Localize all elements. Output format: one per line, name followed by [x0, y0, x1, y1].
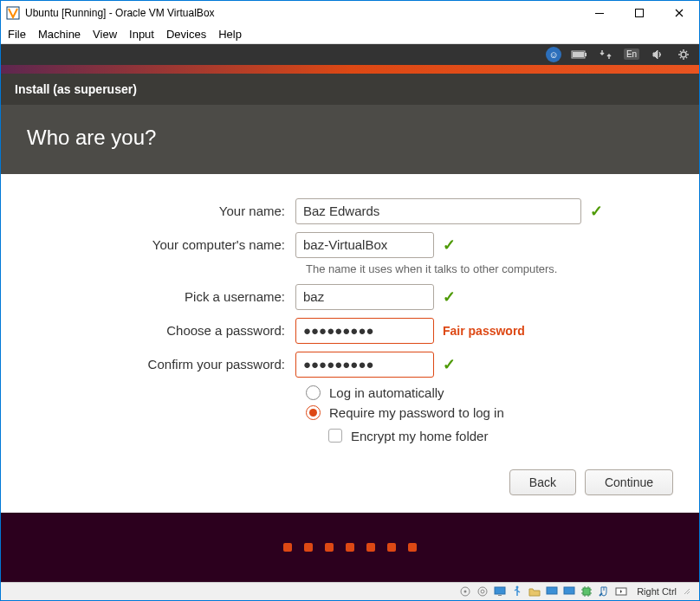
- accessibility-icon[interactable]: ☺: [545, 46, 562, 63]
- maximize-button[interactable]: [619, 1, 659, 26]
- display-icon[interactable]: [493, 585, 507, 598]
- minimize-button[interactable]: [580, 1, 619, 26]
- check-icon: ✓: [443, 288, 456, 307]
- svg-rect-4: [585, 53, 587, 56]
- radio-require-password-label: Require my password to log in: [329, 405, 504, 420]
- display3-icon[interactable]: [562, 585, 576, 598]
- guest-display: ☺ En Install (as superuser) Who are you?…: [1, 44, 699, 582]
- folder-icon[interactable]: [528, 585, 541, 598]
- progress-dot: [283, 543, 292, 552]
- progress-dot: [325, 543, 334, 552]
- svg-point-10: [481, 590, 484, 593]
- menu-file[interactable]: File: [8, 28, 26, 41]
- svg-rect-11: [495, 587, 505, 594]
- svg-rect-15: [564, 587, 574, 594]
- confirm-password-input[interactable]: [295, 352, 434, 378]
- keyboard-icon[interactable]: [614, 585, 628, 598]
- password-strength: Fair password: [443, 324, 525, 338]
- your-name-input[interactable]: [295, 198, 581, 224]
- menu-help[interactable]: Help: [218, 28, 242, 41]
- label-computer-name: Your computer's name:: [27, 237, 295, 252]
- row-confirm-password: Confirm your password: ✓: [27, 352, 673, 378]
- gear-icon[interactable]: [675, 46, 692, 63]
- check-icon: ✓: [590, 202, 603, 221]
- radio-auto-login-label: Log in automatically: [329, 385, 444, 400]
- svg-point-8: [464, 590, 467, 592]
- check-icon: ✓: [443, 236, 456, 255]
- decorative-gradient: [1, 65, 699, 74]
- computer-name-hint: The name it uses when it talks to other …: [306, 262, 673, 275]
- svg-point-6: [681, 52, 686, 57]
- check-icon: ✓: [443, 355, 456, 374]
- sound-icon[interactable]: [649, 46, 666, 63]
- menu-machine[interactable]: Machine: [38, 28, 81, 41]
- label-password: Choose a password:: [27, 323, 295, 338]
- progress-dot: [346, 543, 354, 552]
- host-key-label: Right Ctrl: [637, 586, 677, 597]
- continue-button[interactable]: Continue: [585, 469, 673, 495]
- radio-checked-icon: [306, 405, 321, 420]
- row-computer-name: Your computer's name: ✓: [27, 232, 673, 258]
- usb-icon[interactable]: [510, 585, 524, 598]
- vb-menubar: File Machine View Input Devices Help: [1, 26, 699, 44]
- svg-point-13: [516, 585, 519, 588]
- mouse-capture-icon[interactable]: [597, 585, 611, 598]
- menu-input[interactable]: Input: [129, 28, 154, 41]
- password-input[interactable]: [295, 318, 434, 344]
- network-icon[interactable]: [597, 46, 614, 63]
- svg-rect-2: [636, 10, 644, 17]
- progress-dot: [408, 543, 417, 552]
- progress-dot: [366, 543, 375, 552]
- close-button[interactable]: [659, 1, 699, 26]
- label-your-name: Your name:: [27, 204, 295, 218]
- vb-statusbar: Right Ctrl: [1, 582, 699, 600]
- radio-auto-login[interactable]: Log in automatically: [306, 385, 673, 400]
- language-indicator[interactable]: En: [623, 46, 640, 63]
- button-row: Back Continue: [27, 443, 673, 495]
- svg-rect-5: [573, 52, 584, 57]
- virtualbox-window: Ubuntu [Running] - Oracle VM VirtualBox …: [0, 0, 700, 601]
- svg-point-9: [478, 587, 487, 596]
- menu-view[interactable]: View: [93, 28, 117, 41]
- row-username: Pick a username: ✓: [27, 284, 673, 310]
- menu-devices[interactable]: Devices: [166, 28, 206, 41]
- window-titlebar: Ubuntu [Running] - Oracle VM VirtualBox: [1, 1, 699, 26]
- ubuntu-topbar: ☺ En: [1, 44, 699, 65]
- radio-unchecked-icon: [306, 385, 321, 400]
- chip-icon[interactable]: [580, 585, 593, 598]
- installer-header: Install (as superuser): [1, 74, 699, 105]
- progress-dot: [304, 543, 313, 552]
- window-title: Ubuntu [Running] - Oracle VM VirtualBox: [25, 7, 580, 19]
- page-title: Who are you?: [27, 126, 673, 150]
- checkbox-encrypt-label: Encrypt my home folder: [351, 429, 488, 443]
- svg-rect-12: [498, 595, 502, 596]
- computer-name-input[interactable]: [295, 232, 434, 258]
- back-button[interactable]: Back: [509, 469, 576, 495]
- progress-dot: [387, 543, 396, 552]
- svg-rect-1: [595, 13, 604, 14]
- svg-rect-16: [583, 588, 590, 595]
- label-confirm-password: Confirm your password:: [27, 357, 295, 372]
- virtualbox-icon: [6, 6, 20, 20]
- optical-icon[interactable]: [476, 585, 489, 598]
- progress-dots: [1, 513, 699, 582]
- window-controls: [580, 1, 699, 26]
- hdd-icon[interactable]: [458, 585, 472, 598]
- row-your-name: Your name: ✓: [27, 198, 673, 224]
- checkbox-unchecked-icon: [328, 429, 342, 443]
- battery-icon[interactable]: [571, 46, 588, 63]
- installer-title-area: Who are you?: [1, 105, 699, 174]
- display2-icon[interactable]: [545, 585, 559, 598]
- label-username: Pick a username:: [27, 289, 295, 304]
- svg-rect-14: [547, 587, 557, 594]
- installer-body: Your name: ✓ Your computer's name: ✓ The…: [1, 174, 699, 513]
- radio-require-password[interactable]: Require my password to log in: [306, 405, 673, 420]
- username-input[interactable]: [295, 284, 434, 310]
- row-password: Choose a password: Fair password: [27, 318, 673, 344]
- checkbox-encrypt-home[interactable]: Encrypt my home folder: [328, 429, 673, 443]
- resize-grip-icon: [680, 585, 694, 598]
